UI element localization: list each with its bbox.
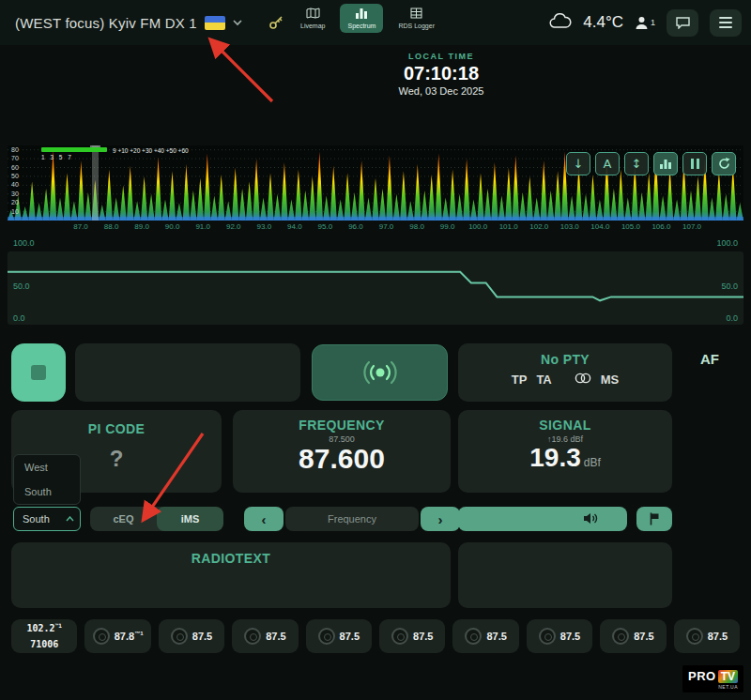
preset-button-5[interactable]: 87.5 — [306, 619, 372, 653]
report-flag-button[interactable] — [636, 507, 672, 531]
logo-pro-text: PRO — [688, 669, 716, 683]
nav-livemap[interactable]: Livemap — [293, 4, 332, 33]
graph-mode-button[interactable] — [653, 152, 678, 175]
nav-spectrum[interactable]: Spectrum — [340, 4, 383, 33]
autoscale-button[interactable]: A — [595, 152, 620, 175]
preset-button-8[interactable]: 87.5 — [527, 619, 592, 653]
signal-title: SIGNAL — [458, 418, 672, 433]
spectrum-x-label: 97.0 — [379, 222, 394, 231]
graph-label-0-right: 0.0 — [726, 313, 738, 323]
pause-icon — [691, 159, 699, 169]
preset-frequency: 87.5 — [192, 631, 212, 642]
broadcast-icon — [359, 358, 402, 387]
chat-button[interactable] — [667, 9, 698, 37]
preset-frequency: 87.5 — [634, 631, 653, 642]
eq-ims-group: cEQ iMS — [90, 507, 223, 531]
spectrum-x-label: 89.0 — [134, 222, 149, 231]
spectrum-x-label: 93.0 — [257, 222, 272, 231]
listeners[interactable]: 1 — [635, 16, 655, 30]
antenna-dropdown-list: WestSouth — [13, 454, 81, 505]
preset-button-2[interactable]: 87.8™1 — [84, 619, 150, 653]
key-icon[interactable] — [268, 14, 284, 34]
nav-rds-logger[interactable]: RDS Logger — [391, 4, 442, 33]
spectrum-x-label: 98.0 — [409, 222, 424, 231]
signal-value: 19.3dBf — [458, 444, 672, 471]
preset-frequency: 87.5 — [413, 631, 433, 642]
preset-pi: 71006 — [30, 639, 58, 650]
preset-frequency: 102.2™1 — [27, 623, 62, 634]
preset-button-1[interactable]: 102.2™171006 — [11, 619, 77, 653]
local-time-value: 07:10:18 — [399, 63, 484, 84]
logo-tv-text: TV — [718, 670, 738, 683]
frequency-up-button[interactable]: › — [421, 507, 460, 531]
stereo-icon — [575, 373, 591, 387]
preset-frequency: 87.5 — [560, 631, 580, 642]
person-icon — [635, 16, 649, 30]
chevron-down-icon[interactable] — [233, 20, 242, 26]
preset-button-3[interactable]: 87.5 — [159, 619, 224, 653]
resize-button[interactable]: ↕ — [624, 152, 649, 175]
graph-label-0-left: 0.0 — [13, 313, 25, 323]
s-meter-scale-low: 1 3 5 7 — [41, 154, 107, 160]
play-stop-button[interactable] — [11, 343, 66, 402]
preset-button-9[interactable]: 87.5 — [600, 619, 666, 653]
preset-button-7[interactable]: 87.5 — [452, 619, 518, 653]
map-icon — [306, 8, 320, 20]
antenna-option-south[interactable]: South — [14, 479, 80, 504]
spectrum-x-label: 101.0 — [499, 222, 518, 231]
antenna-select[interactable]: South — [13, 507, 81, 531]
spectrum-icon — [355, 8, 368, 20]
spectrum-x-label: 91.0 — [195, 222, 210, 231]
signal-history-graph[interactable]: 50.0 50.0 0.0 0.0 — [8, 251, 743, 325]
preset-button-6[interactable]: 87.5 — [379, 619, 445, 653]
preset-button-10[interactable]: 87.5 — [674, 619, 740, 653]
station-logo-icon — [318, 628, 335, 645]
menu-button[interactable] — [710, 9, 742, 37]
pty-card: No PTY TP TA MS — [458, 343, 672, 402]
graph-label-50-right: 50.0 — [721, 282, 738, 291]
frequency-input[interactable] — [285, 507, 419, 531]
preset-frequency: 87.5 — [266, 631, 285, 642]
hamburger-icon — [719, 17, 732, 28]
extra-info-card — [458, 542, 672, 608]
frequency-down-button[interactable]: ‹ — [244, 507, 284, 531]
antenna-option-west[interactable]: West — [14, 455, 80, 479]
audio-stream-button[interactable] — [312, 344, 448, 401]
ceq-button[interactable]: cEQ — [90, 507, 157, 531]
spectrum-analyzer[interactable]: 8070605040302010 1 3 5 7 9 +10 +20 +30 +… — [8, 145, 743, 234]
server-title[interactable]: (WEST focus) Kyiv FM DX 1 — [15, 15, 197, 31]
spectrum-x-label: 107.0 — [682, 222, 701, 231]
frequency-title: FREQUENCY — [233, 418, 451, 433]
refresh-button[interactable] — [712, 152, 736, 175]
temperature: 4.4°C — [583, 13, 623, 32]
speaker-icon — [583, 511, 599, 529]
station-logo-icon — [171, 628, 188, 645]
signal-card: SIGNAL ↑19.6 dBf 19.3dBf — [458, 410, 672, 493]
spectrum-x-label: 103.0 — [560, 222, 579, 231]
s-meter: 1 3 5 7 9 +10 +20 +30 +40 +50 +60 — [41, 147, 107, 152]
spectrum-x-axis: 87.088.089.090.091.092.093.094.095.096.0… — [8, 221, 743, 234]
station-logo-icon — [93, 628, 110, 645]
nav-spectrum-label: Spectrum — [347, 23, 376, 29]
volume-slider[interactable] — [458, 507, 627, 531]
preset-button-4[interactable]: 87.5 — [232, 619, 298, 653]
radiotext-title: RADIOTEXT — [11, 551, 451, 566]
spectrum-x-label: 104.0 — [590, 222, 609, 231]
arrow-down-button[interactable]: ↓ — [566, 152, 590, 175]
pause-button[interactable] — [682, 152, 707, 175]
spectrum-x-label: 88.0 — [104, 222, 119, 231]
ims-button[interactable]: iMS — [157, 507, 223, 531]
station-logo-icon — [391, 628, 408, 645]
spectrum-x-label: 92.0 — [226, 222, 241, 231]
ukraine-flag-icon — [205, 16, 225, 30]
annotation-arrow-title — [212, 41, 272, 101]
spectrum-plot[interactable]: 8070605040302010 1 3 5 7 9 +10 +20 +30 +… — [8, 145, 743, 221]
listener-count: 1 — [651, 18, 655, 27]
nav-livemap-label: Livemap — [300, 23, 325, 29]
top-bar: (WEST focus) Kyiv FM DX 1 Livemap Spectr… — [0, 0, 751, 45]
flag-icon — [650, 512, 660, 525]
logo-net-text: NET.UA — [718, 684, 738, 690]
s-meter-bar — [41, 147, 107, 152]
spectrum-x-label: 90.0 — [165, 222, 180, 231]
preset-frequency: 87.8™1 — [115, 631, 144, 642]
